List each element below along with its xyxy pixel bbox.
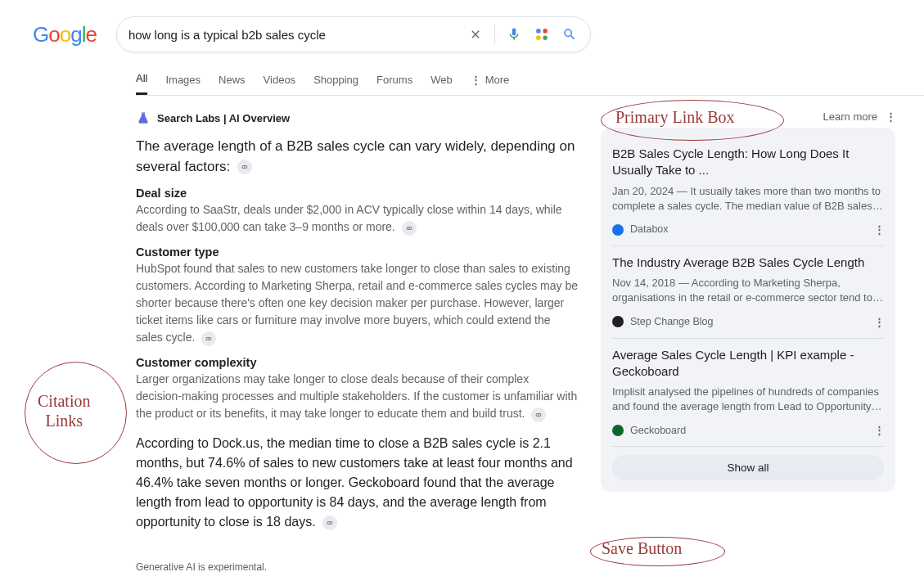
source-snippet: Implisit analysed the pipelines of hundr… [612, 385, 884, 414]
search-icon[interactable] [561, 25, 579, 43]
lens-icon[interactable] [533, 25, 551, 43]
tab-images[interactable]: Images [165, 65, 201, 94]
source-snippet: Nov 14, 2018 — According to Marketing Sh… [612, 276, 884, 305]
favicon [612, 224, 624, 236]
ai-overview-label: Search Labs | AI Overview [157, 112, 290, 124]
annotation-citation-text: CitationLinks [38, 391, 90, 430]
source-title: Average Sales Cycle Length | KPI example… [612, 347, 884, 381]
source-menu-icon[interactable]: ⋮ [874, 424, 884, 436]
ai-overview-panel: Search Labs | AI Overview The average le… [136, 110, 578, 572]
source-menu-icon[interactable]: ⋮ [874, 316, 884, 328]
citation-link-icon[interactable] [237, 160, 252, 174]
learn-more-link[interactable]: Learn more [823, 110, 877, 123]
ai-conclusion-text: According to Dock.us, the median time to… [136, 434, 578, 532]
source-footer: Geckoboard ⋮ [612, 424, 884, 436]
separator [494, 25, 495, 44]
svg-rect-2 [536, 36, 540, 40]
ai-intro-text: The average length of a B2B sales cycle … [136, 137, 578, 177]
tabs-row: All Images News Videos Shopping Forums W… [136, 64, 924, 96]
tab-shopping[interactable]: Shopping [313, 65, 358, 94]
svg-point-3 [543, 36, 547, 40]
sources-card: B2B Sales Cycle Length: How Long Does It… [601, 128, 895, 492]
source-result[interactable]: The Industry Average B2B Sales Cycle Len… [612, 246, 884, 339]
section-body-deal-size: According to SaaStr, deals under $2,000 … [136, 201, 578, 236]
annotation-save-text: Save Button [602, 539, 682, 558]
source-result[interactable]: B2B Sales Cycle Length: How Long Does It… [612, 137, 884, 246]
source-footer: Step Change Blog ⋮ [612, 316, 884, 328]
tab-videos[interactable]: Videos [264, 65, 296, 94]
experimental-label: Generative AI is experimental. [136, 561, 267, 572]
more-options-icon[interactable]: ⋮ [886, 110, 895, 123]
source-snippet: Jan 20, 2024 — It usually takes more tha… [612, 184, 884, 214]
svg-rect-0 [536, 29, 540, 33]
section-heading-customer-complexity: Customer complexity [136, 356, 578, 369]
more-dots-icon: ⋮ [471, 74, 480, 86]
search-input[interactable] [128, 28, 457, 42]
favicon [612, 316, 624, 327]
source-title: B2B Sales Cycle Length: How Long Does It… [612, 146, 884, 179]
source-title: The Industry Average B2B Sales Cycle Len… [612, 254, 884, 271]
voice-icon[interactable] [505, 25, 523, 43]
source-menu-icon[interactable]: ⋮ [874, 223, 884, 236]
annotation-primary-text: Primary Link Box [615, 108, 735, 127]
searchbar [116, 16, 591, 52]
section-body-customer-complexity: Larger organizations may take longer to … [136, 371, 578, 422]
clear-icon[interactable] [467, 25, 485, 43]
tab-news[interactable]: News [219, 65, 246, 94]
citation-link-icon[interactable] [201, 331, 216, 346]
tab-all[interactable]: All [136, 64, 147, 95]
tab-more[interactable]: ⋮More [471, 65, 510, 94]
source-result[interactable]: Average Sales Cycle Length | KPI example… [612, 339, 884, 448]
google-logo[interactable]: Google [33, 22, 97, 47]
section-body-customer-type: HubSpot found that sales to new customer… [136, 260, 578, 346]
section-heading-deal-size: Deal size [136, 187, 578, 200]
svg-rect-1 [543, 29, 547, 33]
show-all-button[interactable]: Show all [612, 455, 884, 480]
tab-forums[interactable]: Forums [376, 65, 412, 94]
ai-overview-header: Search Labs | AI Overview [136, 110, 578, 125]
citation-link-icon[interactable] [531, 408, 546, 422]
favicon [612, 425, 624, 436]
source-footer: Databox ⋮ [612, 223, 884, 236]
citation-link-icon[interactable] [322, 516, 337, 530]
flask-icon [136, 110, 151, 125]
sources-panel: Learn more ⋮ B2B Sales Cycle Length: How… [601, 110, 895, 572]
citation-link-icon[interactable] [402, 221, 417, 236]
section-heading-customer-type: Customer type [136, 245, 578, 259]
tab-web[interactable]: Web [430, 65, 453, 94]
